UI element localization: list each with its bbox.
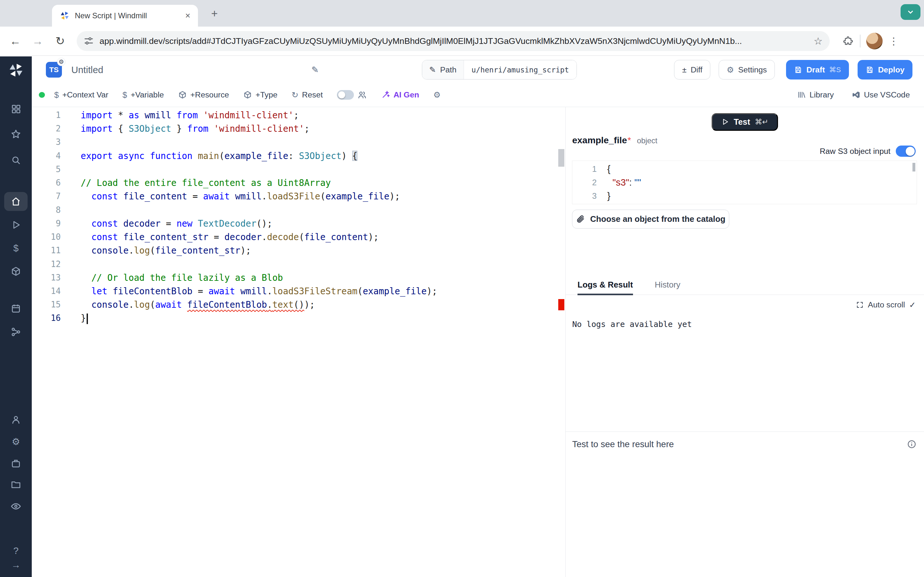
tab-close-icon[interactable]: × (184, 11, 192, 21)
gear-icon: ⚙ (433, 90, 441, 100)
code-editor[interactable]: 1import * as wmill from 'windmill-client… (32, 107, 565, 577)
expand-icon (856, 301, 864, 309)
address-bar[interactable]: app.windmill.dev/scripts/add#JTdCJTIyaGF… (77, 31, 830, 51)
add-context-var-button[interactable]: $ +Context Var (54, 90, 108, 100)
logs-tabs: Logs & Result History (565, 280, 924, 295)
browser-menu-icon[interactable]: ⋮ (889, 35, 899, 47)
scrollbar-thumb[interactable] (558, 149, 564, 167)
argument-type: object (637, 136, 657, 145)
sidebar-item-flows[interactable] (0, 323, 32, 342)
language-badge[interactable]: TS ⚙ (46, 62, 62, 78)
reset-icon: ↻ (292, 90, 299, 100)
tab-logs-result[interactable]: Logs & Result (577, 280, 633, 295)
sidebar-item-schedules[interactable] (0, 299, 32, 318)
users-icon (357, 90, 367, 99)
settings-button[interactable]: ⚙ Settings (719, 60, 775, 79)
test-shortcut: ⌘↵ (755, 118, 768, 126)
add-resource-button[interactable]: +Resource (178, 90, 229, 99)
raw-s3-toggle[interactable] (896, 145, 916, 157)
logs-section: Logs & Result History Auto scroll ✓ No l… (565, 280, 924, 329)
library-button[interactable]: Library (797, 90, 834, 99)
sidebar-item-apps-grid[interactable] (0, 99, 32, 118)
cube-icon (243, 90, 252, 99)
json-scrollbar-thumb[interactable] (913, 163, 915, 172)
path-control[interactable]: ✎ Path u/henri/amusing_script (422, 60, 577, 79)
gear-icon: ⚙ (727, 65, 734, 75)
browser-tab[interactable]: New Script | Windmill × (52, 5, 198, 27)
script-title[interactable]: Untitled (71, 64, 103, 75)
error-marker (558, 299, 564, 310)
toolbar-divider (860, 35, 861, 47)
sidebar-item-favorites[interactable] (0, 125, 32, 143)
path-value[interactable]: u/henri/amusing_script (464, 60, 577, 79)
info-icon[interactable] (907, 440, 916, 449)
use-vscode-button[interactable]: Use VSCode (851, 90, 910, 99)
save-icon (866, 66, 874, 74)
new-tab-button[interactable]: + (206, 5, 223, 22)
tab-history[interactable]: History (655, 280, 680, 295)
reset-button[interactable]: ↻ Reset (292, 90, 323, 100)
screen: New Script | Windmill × + ← → ↻ app.wind… (0, 0, 924, 577)
sidebar-item-variables[interactable]: $ (0, 239, 32, 258)
back-icon[interactable]: ← (8, 34, 23, 48)
sidebar-item-runs[interactable] (0, 215, 32, 234)
json-input-editor[interactable]: 1{2 "s3": ""3} (572, 161, 917, 204)
editor-toolbar: $ +Context Var $ +Variable +Resource +Ty… (32, 83, 924, 107)
draft-shortcut: ⌘S (829, 66, 841, 74)
sidebar: $ ⚙ (0, 56, 32, 577)
status-dot (39, 92, 45, 98)
draft-button[interactable]: Draft ⌘S (786, 60, 849, 79)
sidebar-item-audit-logs[interactable] (0, 497, 32, 516)
diff-button[interactable]: ± Diff (674, 60, 710, 79)
reload-icon[interactable]: ↻ (53, 34, 67, 48)
add-variable-button[interactable]: $ +Variable (123, 90, 164, 100)
browser-dropdown-button[interactable] (901, 4, 921, 20)
bookmark-star-icon[interactable]: ☆ (814, 35, 822, 47)
result-section: Test to see the result here (572, 439, 916, 450)
result-placeholder: Test to see the result here (572, 439, 674, 450)
windmill-logo-icon[interactable] (0, 63, 32, 78)
add-type-button[interactable]: +Type (243, 90, 278, 99)
editor-scrollbar[interactable] (558, 107, 564, 577)
tab-title: New Script | Windmill (75, 11, 183, 20)
play-icon (721, 118, 729, 126)
sidebar-item-help[interactable]: ? (0, 543, 32, 558)
language-settings-icon[interactable]: ⚙ (57, 58, 65, 66)
forward-icon[interactable]: → (31, 34, 45, 48)
question-icon: ? (13, 546, 18, 555)
edit-title-icon[interactable]: ✎ (312, 64, 319, 75)
profile-avatar[interactable] (866, 33, 883, 49)
save-icon (794, 66, 803, 74)
sidebar-collapse-button[interactable]: → (0, 558, 32, 572)
auto-scroll-control[interactable]: Auto scroll ✓ (565, 300, 916, 309)
code-editor-lines[interactable]: 1import * as wmill from 'windmill-client… (32, 107, 565, 325)
ai-gen-button[interactable]: AI Gen (381, 90, 419, 99)
sidebar-item-folders[interactable] (0, 475, 32, 494)
edit-path-icon: ✎ (429, 65, 436, 74)
multiplayer-toggle[interactable] (337, 90, 367, 99)
dollar-icon: $ (13, 243, 18, 253)
editor-settings-button[interactable]: ⚙ (433, 90, 441, 100)
json-editor-lines[interactable]: 1{2 "s3": ""3} (572, 162, 917, 203)
sidebar-item-search[interactable] (0, 151, 32, 169)
toggle-off[interactable] (337, 90, 354, 99)
url-text: app.windmill.dev/scripts/add#JTdCJTIyaGF… (99, 36, 814, 46)
test-button[interactable]: Test ⌘↵ (712, 113, 778, 131)
choose-object-button[interactable]: Choose an object from the catalog (572, 210, 729, 229)
browser-toolbar: ← → ↻ app.windmill.dev/scripts/add#JTdCJ… (0, 27, 924, 56)
sidebar-item-settings[interactable]: ⚙ (0, 432, 32, 451)
windmill-app: $ ⚙ (0, 56, 924, 577)
sidebar-item-home[interactable] (4, 192, 27, 211)
deploy-button[interactable]: Deploy (858, 60, 913, 79)
chevron-down-icon (907, 8, 914, 16)
sidebar-item-resources[interactable] (0, 262, 32, 281)
extensions-icon[interactable] (843, 35, 854, 47)
sidebar-item-user[interactable] (0, 410, 32, 429)
check-icon: ✓ (909, 300, 916, 309)
site-settings-icon[interactable] (84, 36, 94, 46)
raw-s3-toggle-label: Raw S3 object input (820, 147, 890, 156)
path-label: Path (440, 65, 457, 74)
sidebar-item-workers[interactable] (0, 454, 32, 473)
title-field[interactable]: Untitled ✎ (71, 64, 318, 75)
dollar-icon: $ (123, 90, 127, 100)
